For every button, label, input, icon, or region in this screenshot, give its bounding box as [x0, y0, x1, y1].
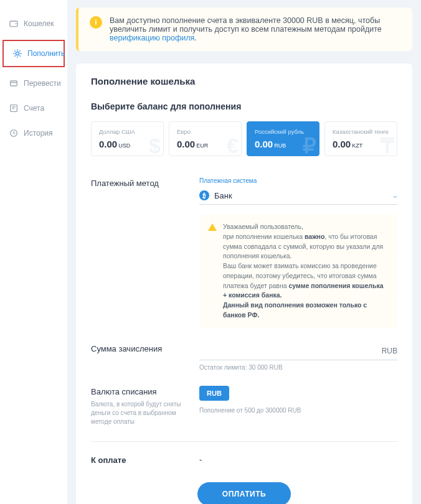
- to-pay-value: -: [199, 455, 397, 464]
- history-icon: [9, 128, 19, 138]
- sidebar: Кошелек Пополнить Перевести Счета Истори…: [0, 0, 67, 504]
- sidebar-item-label: Пополнить: [27, 49, 65, 58]
- balance-eur[interactable]: Евро 0.00EUR €: [169, 121, 242, 156]
- main-content: i Вам доступно пополнение счета в эквива…: [67, 0, 421, 504]
- balance-rub[interactable]: Российский рубль 0.00RUB ₽: [247, 121, 319, 156]
- sidebar-item-topup[interactable]: Пополнить: [2, 40, 65, 67]
- chevron-down-icon: ⌵: [393, 192, 397, 200]
- wallet-icon: [9, 19, 19, 29]
- page-title: Пополнение кошелька: [91, 76, 397, 86]
- balance-value: 0.00RUB: [255, 139, 311, 149]
- balance-label: Доллар США: [99, 128, 156, 135]
- bank-icon: ₿: [199, 190, 209, 200]
- balance-grid: Доллар США 0.00USD $ Евро 0.00EUR € Росс…: [91, 121, 397, 156]
- balance-usd[interactable]: Доллар США 0.00USD $: [91, 121, 164, 156]
- bank-warning: Уважаемый пользователь, при пополнении к…: [199, 215, 397, 328]
- amount-input[interactable]: [199, 343, 397, 360]
- balance-value: 0.00EUR: [177, 139, 234, 149]
- payment-method-select[interactable]: ₿ Банк ⌵: [199, 187, 397, 205]
- amount-currency: RUB: [382, 347, 397, 355]
- currency-chip[interactable]: RUB: [199, 386, 229, 401]
- alert-text: Вам доступно пополнение счета в эквивале…: [110, 16, 401, 42]
- sidebar-item-wallet[interactable]: Кошелек: [0, 11, 67, 36]
- svg-rect-2: [11, 81, 17, 86]
- accounts-icon: [9, 103, 19, 113]
- sidebar-item-label: Кошелек: [24, 19, 54, 28]
- warning-text: Уважаемый пользователь, при пополнении к…: [223, 222, 389, 320]
- info-icon: i: [90, 16, 102, 29]
- sidebar-item-accounts[interactable]: Счета: [0, 96, 67, 121]
- balance-label: Российский рубль: [255, 128, 311, 135]
- sidebar-item-label: Перевести: [24, 79, 61, 88]
- divider: [91, 441, 397, 442]
- topup-card: Пополнение кошелька Выберите баланс для …: [76, 63, 412, 504]
- topup-icon: [12, 49, 22, 58]
- payment-system-label: Платежная система: [199, 177, 397, 184]
- amount-label: Сумма зачисления: [91, 343, 184, 353]
- balances-title: Выберите баланс для пополнения: [91, 101, 397, 111]
- balance-label: Казахстанский тенге: [333, 128, 389, 135]
- limit-hint: Остаток лимита: 30 000 RUB: [199, 364, 397, 371]
- svg-point-1: [16, 52, 19, 55]
- payment-method-label: Платежный метод: [91, 177, 184, 188]
- pay-button[interactable]: ОПЛАТИТЬ: [197, 482, 291, 505]
- debit-currency-hint: Валюта, в которой будут сняты деньги со …: [91, 400, 184, 426]
- sidebar-item-label: Счета: [24, 104, 44, 113]
- debit-currency-label: Валюта списания: [91, 387, 184, 396]
- balance-value: 0.00USD: [99, 139, 156, 149]
- balance-value: 0.00KZT: [333, 139, 389, 149]
- to-pay-label: К оплате: [91, 454, 184, 465]
- balance-kzt[interactable]: Казахстанский тенге 0.00KZT ₸: [324, 121, 397, 156]
- select-value: Банк: [214, 191, 232, 200]
- sidebar-item-label: История: [24, 129, 53, 138]
- limit-alert: i Вам доступно пополнение счета в эквива…: [76, 7, 412, 51]
- verification-link[interactable]: верификацию профиля: [110, 34, 194, 42]
- transfer-icon: [9, 78, 19, 88]
- balance-label: Евро: [177, 128, 234, 135]
- sidebar-item-history[interactable]: История: [0, 121, 67, 146]
- warning-icon: [208, 223, 217, 231]
- sidebar-item-transfer[interactable]: Перевести: [0, 71, 67, 96]
- range-hint: Пополнение от 500 до 300000 RUB: [199, 407, 397, 414]
